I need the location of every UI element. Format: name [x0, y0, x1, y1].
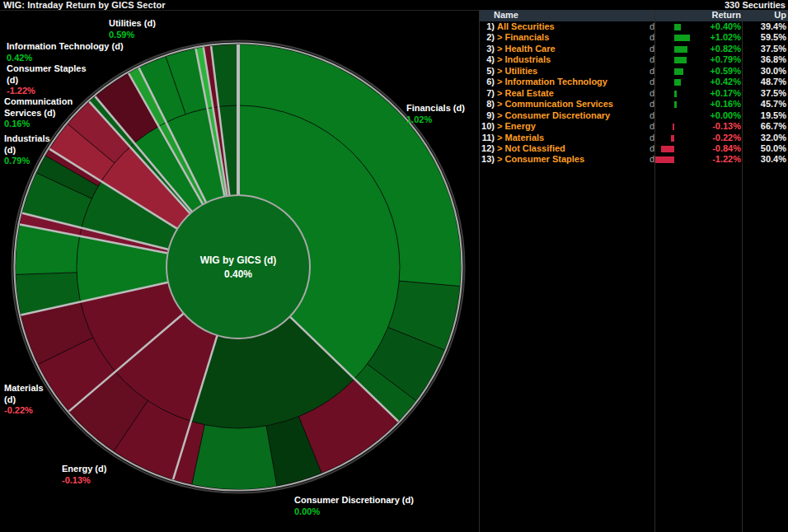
return-value: +0.17% — [678, 88, 741, 100]
up-percentage: 59.5% — [745, 32, 786, 44]
center-label-title: WIG by GICS (d) — [164, 254, 312, 268]
up-percentage: 19.5% — [745, 110, 786, 122]
sector-label-value: 0.42% — [7, 53, 124, 64]
sector-label-text: (d) — [7, 75, 87, 86]
sector-label-text: Financials (d) — [406, 103, 465, 114]
detail-flag: d — [626, 133, 654, 144]
up-percentage: 48.7% — [745, 77, 786, 88]
sector-label-value: 1.02% — [406, 114, 465, 126]
sector-name: > Not Classified — [497, 143, 565, 155]
return-bar — [671, 135, 674, 142]
sector-name: > Energy — [497, 121, 536, 133]
detail-flag: d — [626, 66, 654, 77]
sector-callout-label: Consumer Staples(d)-1.22% — [7, 63, 87, 97]
sector-label-value: -0.13% — [62, 475, 106, 487]
securities-count: 330 Securities — [725, 0, 786, 10]
up-percentage: 39.4% — [745, 21, 786, 33]
return-value: +0.40% — [678, 21, 741, 33]
sunburst-segment — [192, 425, 277, 489]
sector-label-text: Energy (d) — [62, 464, 106, 475]
sector-label-value: 0.00% — [294, 506, 414, 518]
sector-label-text: Services (d) — [4, 108, 73, 119]
return-value: +0.82% — [678, 44, 741, 55]
sunburst-center-label: WIG by GICS (d) 0.40% — [164, 254, 312, 282]
up-percentage: 37.5% — [745, 44, 786, 55]
column-header-name[interactable]: Name — [494, 10, 518, 21]
return-value: +0.16% — [678, 99, 741, 110]
row-number: 1) — [480, 21, 495, 33]
up-percentage: 30.0% — [745, 66, 786, 77]
row-number: 5) — [480, 66, 495, 77]
sector-name: > Health Care — [497, 44, 556, 55]
sector-name: > Consumer Discretionary — [497, 110, 610, 122]
sector-name: > Utilities — [497, 66, 537, 77]
sector-name: > Industrials — [497, 54, 551, 66]
sector-table-panel: Name Return Up 1)All Securitiesd+0.40%39… — [479, 10, 788, 532]
sector-label-text: Utilities (d) — [109, 18, 156, 30]
return-bar — [674, 101, 677, 108]
sector-name: > Communication Services — [497, 99, 613, 110]
detail-flag: d — [626, 110, 654, 122]
row-number: 8) — [480, 99, 495, 110]
sector-name: All Securities — [497, 21, 555, 33]
row-number: 4) — [480, 54, 495, 66]
sector-callout-label: CommunicationServices (d)0.16% — [4, 96, 73, 130]
sector-label-value: -1.22% — [7, 86, 87, 97]
sector-label-value: -0.22% — [4, 405, 44, 417]
column-header-return[interactable]: Return — [678, 10, 741, 21]
page-title: WIG: Intraday Return by GICS Sector — [3, 0, 166, 10]
column-header-up[interactable]: Up — [745, 10, 786, 21]
sector-name: > Consumer Staples — [497, 154, 584, 166]
row-number: 10) — [480, 121, 495, 133]
return-value: +0.59% — [678, 66, 741, 77]
sector-callout-label: Consumer Discretionary (d)0.00% — [294, 495, 414, 517]
sector-callout-label: Industrials(d)0.79% — [4, 133, 50, 167]
return-value: -0.84% — [678, 143, 741, 155]
sector-callout-label: Utilities (d)0.59% — [109, 18, 156, 40]
detail-flag: d — [626, 54, 654, 66]
row-number: 9) — [480, 110, 495, 122]
sector-label-value: 0.59% — [109, 30, 156, 41]
sector-label-value: 0.79% — [4, 156, 50, 167]
up-percentage: 37.5% — [745, 88, 786, 100]
row-number: 3) — [480, 44, 495, 55]
terminal-screen: WIG: Intraday Return by GICS Sector 330 … — [0, 0, 788, 532]
sector-label-text: (d) — [4, 145, 50, 156]
row-number: 12) — [480, 143, 495, 155]
column-divider — [654, 10, 655, 532]
return-bar — [655, 156, 674, 163]
sector-label-text: (d) — [4, 394, 44, 406]
row-number: 11) — [480, 133, 495, 144]
return-value: +0.79% — [678, 54, 741, 66]
sector-name: > Information Technology — [497, 77, 607, 88]
detail-flag: d — [626, 154, 654, 166]
sector-callout-label: Materials(d)-0.22% — [4, 383, 44, 417]
column-divider — [742, 10, 743, 532]
up-percentage: 36.8% — [745, 54, 786, 66]
return-value: -1.22% — [678, 154, 741, 166]
up-percentage: 66.7% — [745, 121, 786, 133]
sector-name: > Materials — [497, 133, 544, 144]
up-percentage: 50.0% — [745, 143, 786, 155]
return-bar — [673, 124, 675, 130]
return-value: -0.22% — [678, 133, 741, 144]
return-bar — [661, 146, 674, 152]
sector-callout-label: Information Technology (d)0.42% — [7, 41, 124, 63]
up-percentage: 45.7% — [745, 99, 786, 110]
up-percentage: 30.4% — [745, 154, 786, 166]
detail-flag: d — [626, 44, 654, 55]
detail-flag: d — [626, 21, 654, 33]
sector-label-text: Consumer Discretionary (d) — [294, 495, 414, 506]
sector-label-text: Materials — [4, 383, 44, 394]
return-value: +0.00% — [678, 110, 741, 122]
sector-label-text: Industrials — [4, 133, 50, 145]
row-number: 13) — [480, 154, 495, 166]
detail-flag: d — [626, 77, 654, 88]
up-percentage: 32.0% — [745, 133, 786, 144]
sector-name: > Real Estate — [497, 88, 554, 100]
detail-flag: d — [626, 32, 654, 44]
detail-flag: d — [626, 143, 654, 155]
return-value: -0.13% — [678, 121, 741, 133]
sunburst-chart-panel[interactable]: WIG by GICS (d) 0.40% Utilities (d)0.59%… — [0, 11, 479, 532]
sector-label-text: Communication — [4, 96, 73, 108]
